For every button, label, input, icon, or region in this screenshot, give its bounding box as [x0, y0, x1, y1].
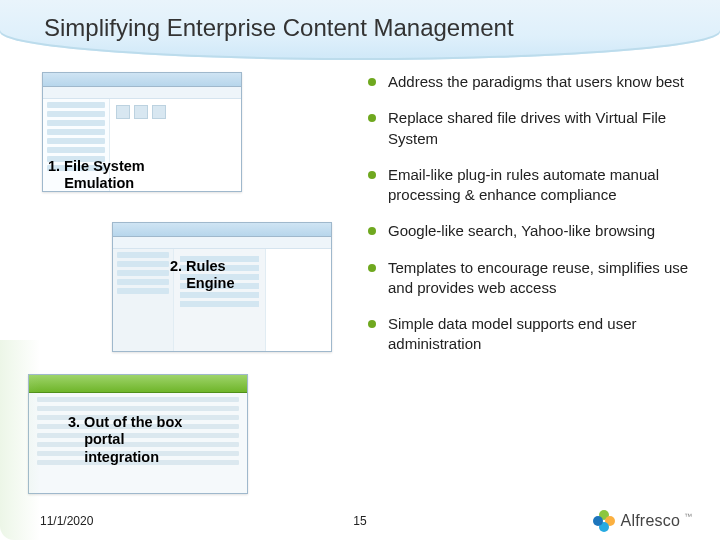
footer-date: 11/1/2020: [40, 514, 93, 528]
label-portal-integration: 3. Out of the box portal integration: [68, 414, 208, 466]
label-line: Emulation: [64, 175, 134, 191]
bullet-text: Simple data model supports end user admi…: [388, 314, 698, 355]
bullet-icon: [368, 264, 376, 272]
label-line: 1. File System: [48, 158, 145, 174]
label-line: 2. Rules: [170, 258, 226, 274]
bullet-text: Email-like plug-in rules automate manual…: [388, 165, 698, 206]
footer: 11/1/2020 15 Alfresco ™: [0, 502, 720, 540]
bullet-text: Replace shared file drives with Virtual …: [388, 108, 698, 149]
list-item: Templates to encourage reuse, simplifies…: [368, 258, 698, 299]
list-item: Replace shared file drives with Virtual …: [368, 108, 698, 149]
bullet-text: Templates to encourage reuse, simplifies…: [388, 258, 698, 299]
list-item: Address the paradigms that users know be…: [368, 72, 698, 92]
bullet-icon: [368, 114, 376, 122]
bullet-text: Address the paradigms that users know be…: [388, 72, 684, 92]
bullet-icon: [368, 227, 376, 235]
list-item: Simple data model supports end user admi…: [368, 314, 698, 355]
bullet-icon: [368, 78, 376, 86]
bullet-text: Google-like search, Yahoo-like browsing: [388, 221, 655, 241]
brand-logo: Alfresco ™: [593, 510, 692, 532]
brand-text: Alfresco: [621, 512, 680, 530]
slide-title: Simplifying Enterprise Content Managemen…: [44, 14, 514, 42]
label-file-system: 1. File System Emulation: [48, 158, 145, 193]
bullet-icon: [368, 171, 376, 179]
list-item: Email-like plug-in rules automate manual…: [368, 165, 698, 206]
bullet-icon: [368, 320, 376, 328]
list-item: Google-like search, Yahoo-like browsing: [368, 221, 698, 241]
label-line: portal: [84, 431, 124, 447]
page-number: 15: [353, 514, 366, 528]
trademark-icon: ™: [684, 512, 692, 521]
right-column: Address the paradigms that users know be…: [368, 72, 698, 492]
logo-mark-icon: [593, 510, 615, 532]
slide: Simplifying Enterprise Content Managemen…: [0, 0, 720, 540]
content-area: 1. File System Emulation 2. Rules Engine: [22, 72, 698, 492]
left-column: 1. File System Emulation 2. Rules Engine: [22, 72, 352, 492]
label-line: Engine: [186, 275, 234, 291]
label-rules-engine: 2. Rules Engine: [170, 258, 234, 293]
label-line: 3. Out of the box: [68, 414, 182, 430]
label-line: integration: [84, 449, 159, 465]
bullet-list: Address the paradigms that users know be…: [368, 72, 698, 355]
